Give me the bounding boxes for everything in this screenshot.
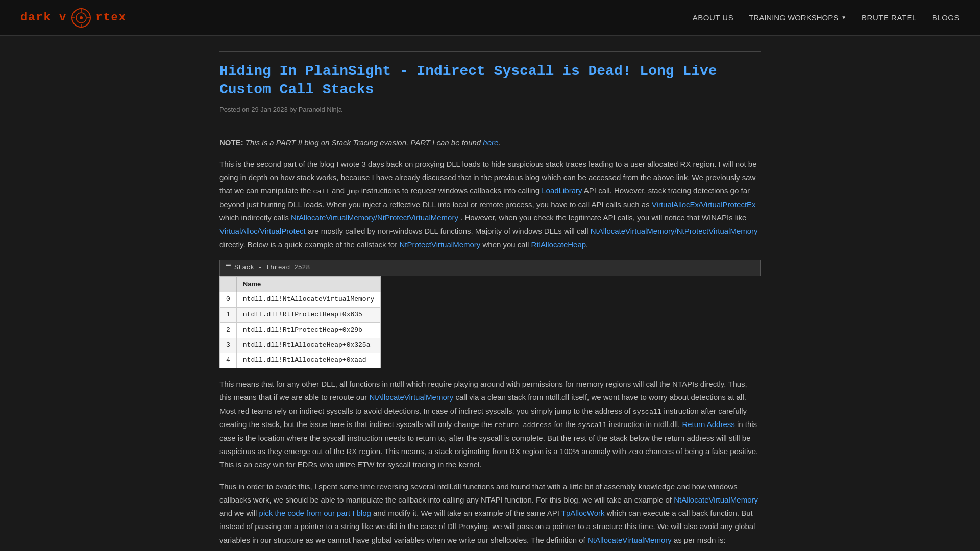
navbar: dark v rtex ABOUT US TRAINING WORKSHOPS … — [0, 0, 980, 36]
nav-about-us[interactable]: ABOUT US — [693, 12, 733, 24]
code-syscall-1: syscall — [633, 408, 662, 416]
callstack-cell-num: 2 — [220, 322, 237, 338]
nav-blogs[interactable]: BLOGS — [932, 12, 960, 24]
stack-window-icon: 🗔 — [225, 263, 231, 273]
callstack-row: 4ntdll.dll!RtlAllocateHeap+0xaad — [220, 353, 381, 368]
paragraph-1: This is the second part of the blog I wr… — [219, 158, 761, 252]
callstack-cell-name: ntdll.dll!RtlAllocateHeap+0x325a — [236, 338, 380, 353]
chevron-down-icon: ▼ — [841, 14, 846, 22]
callstack-cell-num: 3 — [220, 338, 237, 353]
callstack-cell-num: 4 — [220, 353, 237, 368]
nav-links: ABOUT US TRAINING WORKSHOPS ▼ BRUTE RATE… — [693, 12, 960, 24]
link-nt-alloc-4[interactable]: NtAllocateVirtualMemory — [587, 536, 672, 544]
callstack-col-num — [220, 276, 237, 292]
link-nt-alloc-virtual[interactable]: NtAllocateVirtualMemory/NtProtectVirtual… — [291, 213, 458, 222]
note-paragraph: NOTE: This is a PART II blog on Stack Tr… — [219, 136, 761, 149]
callstack-title: Stack - thread 2528 — [234, 262, 310, 274]
link-rtl-allocate-heap[interactable]: RtlAllocateHeap — [531, 240, 586, 249]
nav-brute-ratel[interactable]: BRUTE RATEL — [862, 12, 917, 24]
post-title: Hiding In PlainSight - Indirect Syscall … — [219, 62, 761, 99]
site-logo[interactable]: dark v rtex — [20, 8, 127, 28]
link-tp-alloc-work[interactable]: TpAllocWork — [561, 509, 605, 517]
callstack-row: 0ntdll.dll!NtAllocateVirtualMemory — [220, 292, 381, 308]
callstack-row: 2ntdll.dll!RtlProtectHeap+0x29b — [220, 322, 381, 338]
svg-point-2 — [80, 16, 83, 19]
main-content: Hiding In PlainSight - Indirect Syscall … — [209, 36, 771, 551]
link-part-one-blog[interactable]: pick the code from our part I blog — [259, 509, 371, 517]
bottom-divider — [219, 126, 761, 126]
callstack-header: 🗔 Stack - thread 2528 — [219, 260, 761, 276]
logo-icon — [71, 8, 91, 28]
note-label: NOTE: — [219, 138, 243, 147]
post-meta: Posted on 29 Jan 2023 by Paranoid Ninja — [219, 105, 761, 115]
callstack-cell-num: 1 — [220, 308, 237, 323]
callstack-cell-name: ntdll.dll!NtAllocateVirtualMemory — [236, 292, 380, 308]
callstack-figure: 🗔 Stack - thread 2528 Name 0ntdll.dll!Nt… — [219, 260, 761, 368]
link-loadlibrary[interactable]: LoadLibrary — [542, 186, 582, 195]
logo-text-right: rtex — [95, 9, 127, 27]
callstack-cell-name: ntdll.dll!RtlProtectHeap+0x635 — [236, 308, 380, 323]
callstack-row: 1ntdll.dll!RtlProtectHeap+0x635 — [220, 308, 381, 323]
note-link[interactable]: here — [483, 138, 498, 147]
code-syscall-2: syscall — [578, 421, 607, 429]
code-return-address: return address — [494, 421, 552, 429]
post-body: NOTE: This is a PART II blog on Stack Tr… — [219, 136, 761, 547]
link-nt-alloc-2[interactable]: NtAllocateVirtualMemory — [370, 393, 454, 402]
callstack-cell-num: 0 — [220, 292, 237, 308]
link-nt-protect-virtual[interactable]: NtProtectVirtualMemory — [399, 240, 480, 249]
note-text: This is a PART II blog on Stack Tracing … — [246, 138, 481, 147]
link-virtual-alloc[interactable]: VirtualAlloc/VirtualProtect — [219, 227, 306, 235]
code-call: call — [313, 188, 329, 195]
callstack-row: 3ntdll.dll!RtlAllocateHeap+0x325a — [220, 338, 381, 353]
paragraph-2: This means that for any other DLL, all f… — [219, 378, 761, 472]
callstack-cell-name: ntdll.dll!RtlProtectHeap+0x29b — [236, 322, 380, 338]
callstack-cell-name: ntdll.dll!RtlAllocateHeap+0xaad — [236, 353, 380, 368]
link-virtual-alloc-ex[interactable]: VirtualAllocEx/VirtualProtectEx — [652, 200, 756, 209]
code-jmp: jmp — [347, 188, 359, 195]
callstack-col-name: Name — [236, 276, 380, 292]
top-divider — [219, 51, 761, 52]
callstack-table: Name 0ntdll.dll!NtAllocateVirtualMemory1… — [219, 276, 381, 369]
logo-text-left: dark v — [20, 9, 67, 27]
paragraph-3: Thus in order to evade this, I spent som… — [219, 480, 761, 547]
link-return-address[interactable]: Return Address — [682, 420, 734, 429]
link-nt-alloc-virtual-2[interactable]: NtAllocateVirtualMemory/NtProtectVirtual… — [591, 227, 758, 235]
link-nt-alloc-3[interactable]: NtAllocateVirtualMemory — [674, 495, 758, 504]
nav-training-workshops[interactable]: TRAINING WORKSHOPS ▼ — [749, 12, 846, 24]
